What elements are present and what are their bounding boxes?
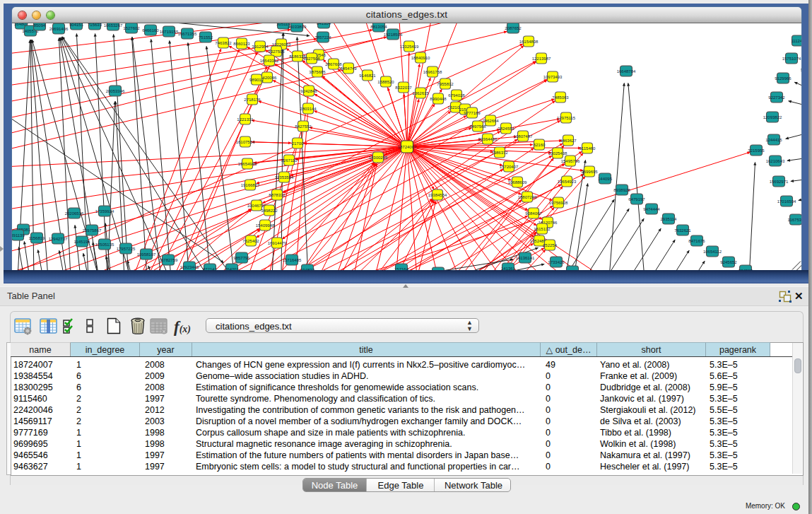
svg-text:20691406: 20691406 [49, 26, 69, 30]
svg-text:111243: 111243 [791, 38, 801, 42]
svg-text:2718176: 2718176 [244, 97, 261, 101]
svg-text:9857791: 9857791 [233, 255, 250, 259]
svg-text:3824554: 3824554 [498, 126, 514, 130]
svg-text:16543362: 16543362 [260, 58, 279, 62]
svg-text:10653267: 10653267 [104, 23, 123, 27]
svg-text:9115460: 9115460 [579, 146, 596, 150]
svg-text:19654923: 19654923 [558, 179, 577, 183]
svg-text:6466160: 6466160 [142, 28, 159, 32]
svg-text:1244415: 1244415 [765, 137, 782, 141]
svg-text:3875685: 3875685 [309, 69, 326, 74]
svg-text:12093822: 12093822 [763, 115, 782, 119]
svg-text:10807487: 10807487 [514, 134, 533, 138]
svg-text:10958107: 10958107 [137, 252, 156, 256]
svg-text:8660123: 8660123 [233, 41, 250, 45]
svg-text:10046736: 10046736 [247, 203, 266, 207]
svg-text:16648784: 16648784 [617, 69, 636, 73]
svg-text:14136141: 14136141 [516, 255, 535, 259]
svg-text:9777169: 9777169 [464, 110, 481, 115]
svg-text:16154808: 16154808 [519, 39, 539, 43]
svg-text:16914479: 16914479 [268, 240, 287, 245]
svg-text:19218506: 19218506 [384, 32, 403, 36]
svg-text:17016504: 17016504 [777, 199, 796, 203]
svg-text:7857224: 7857224 [314, 35, 331, 39]
svg-text:8427552: 8427552 [295, 124, 312, 128]
svg-text:12505135: 12505135 [95, 242, 114, 246]
svg-text:10025438: 10025438 [548, 151, 567, 155]
svg-text:16107554: 16107554 [236, 139, 255, 144]
svg-text:1615132: 1615132 [534, 226, 551, 230]
svg-text:16210643: 16210643 [766, 158, 785, 163]
svg-text:10688609: 10688609 [508, 180, 527, 184]
svg-text:1588520: 1588520 [377, 79, 394, 83]
svg-text:1145194: 1145194 [74, 239, 91, 243]
svg-text:1362615: 1362615 [412, 90, 429, 95]
svg-text:7625402: 7625402 [242, 238, 259, 243]
svg-text:10654112: 10654112 [703, 249, 722, 253]
svg-text:1221331: 1221331 [237, 117, 254, 121]
svg-text:2803144: 2803144 [300, 106, 317, 110]
svg-text:7463822: 7463822 [215, 40, 232, 45]
svg-text:19384554: 19384554 [428, 192, 447, 197]
svg-text:989012: 989012 [249, 77, 264, 81]
svg-text:3912954: 3912954 [252, 44, 269, 48]
svg-text:12213987: 12213987 [532, 56, 551, 60]
svg-text:85094: 85094 [34, 23, 46, 27]
svg-text:16671355: 16671355 [178, 31, 197, 35]
svg-text:9463627: 9463627 [560, 138, 577, 142]
svg-text:1156819: 1156819 [29, 235, 46, 240]
svg-text:17957225: 17957225 [117, 246, 136, 250]
svg-text:9084067: 9084067 [525, 211, 542, 215]
svg-text:19166827: 19166827 [241, 182, 260, 187]
svg-text:16033809: 16033809 [288, 24, 307, 28]
svg-text:15495796: 15495796 [561, 158, 580, 163]
svg-text:1527602: 1527602 [123, 25, 140, 30]
svg-text:8813054: 8813054 [370, 24, 387, 28]
svg-text:144095: 144095 [598, 176, 613, 180]
svg-text:15716485: 15716485 [283, 257, 302, 262]
svg-text:62160: 62160 [534, 142, 546, 146]
svg-text:23975867: 23975867 [83, 228, 102, 232]
svg-text:20206516: 20206516 [65, 211, 84, 215]
svg-text:20364436: 20364436 [478, 136, 498, 141]
svg-text:16961758: 16961758 [423, 69, 442, 74]
svg-text:9699695: 9699695 [581, 169, 598, 173]
svg-text:7986372: 7986372 [491, 150, 508, 154]
svg-text:6479197: 6479197 [628, 197, 645, 201]
svg-text:9474444: 9474444 [643, 206, 660, 211]
svg-text:8454749: 8454749 [340, 66, 357, 70]
svg-text:19654945: 19654945 [238, 161, 257, 165]
svg-text:12353594: 12353594 [275, 175, 294, 179]
svg-text:8471676: 8471676 [688, 238, 705, 243]
svg-text:9146821: 9146821 [359, 73, 376, 77]
svg-text:8990448: 8990448 [430, 96, 447, 100]
svg-text:9327508: 9327508 [303, 56, 320, 60]
svg-text:2087652: 2087652 [505, 25, 522, 30]
svg-text:6794028: 6794028 [448, 93, 465, 97]
svg-text:3215955: 3215955 [748, 148, 765, 152]
svg-text:8938928: 8938928 [613, 187, 630, 192]
svg-text:15751074: 15751074 [782, 56, 801, 60]
svg-text:9227342: 9227342 [768, 95, 785, 99]
svg-text:2935114: 2935114 [661, 216, 678, 221]
svg-text:3267110: 3267110 [281, 158, 298, 162]
svg-text:20053346: 20053346 [106, 88, 125, 93]
svg-text:1733426: 1733426 [548, 259, 565, 264]
svg-text:16782759: 16782759 [159, 257, 178, 262]
svg-text:9242848: 9242848 [300, 88, 317, 93]
svg-text:8322037: 8322037 [395, 85, 412, 89]
svg-text:17359924: 17359924 [95, 209, 114, 213]
svg-text:12923445: 12923445 [180, 264, 199, 269]
svg-text:9129966: 9129966 [775, 76, 792, 80]
svg-text:21700: 21700 [292, 141, 304, 145]
svg-text:9327505: 9327505 [268, 49, 285, 53]
svg-text:12942737: 12942737 [49, 236, 68, 240]
svg-text:18300295: 18300295 [369, 155, 388, 159]
svg-text:252254: 252254 [543, 243, 558, 247]
svg-text:391139: 391139 [12, 233, 25, 237]
svg-text:3498222: 3498222 [261, 208, 278, 212]
svg-text:7955812: 7955812 [437, 81, 454, 86]
svg-text:751552: 751552 [199, 35, 213, 39]
svg-text:13325419: 13325419 [400, 44, 419, 48]
svg-text:10973493: 10973493 [543, 74, 563, 78]
